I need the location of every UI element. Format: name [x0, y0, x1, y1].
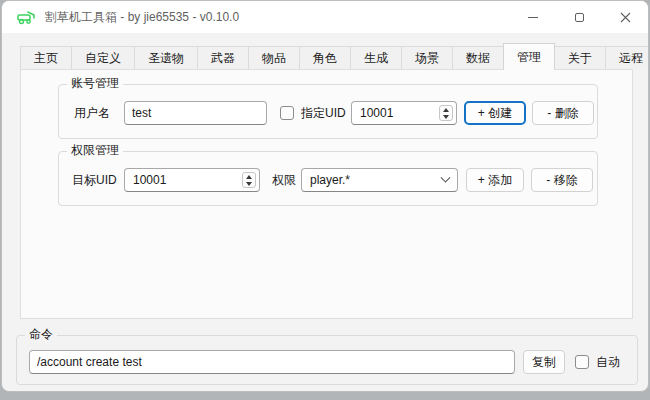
tab-item-10[interactable]: 关于 — [554, 46, 606, 69]
tab-item-11[interactable]: 远程 — [605, 46, 649, 69]
app-window: 割草机工具箱 - by jie65535 - v0.10.0 主页自定义圣遗物武… — [1, 0, 649, 392]
auto-checkbox[interactable]: 自动 — [575, 350, 620, 374]
spinner-down-button[interactable] — [440, 113, 452, 120]
group-title: 命令 — [25, 327, 57, 342]
tab-item-5[interactable]: 角色 — [299, 46, 351, 69]
tab-item-0[interactable]: 主页 — [20, 46, 72, 69]
permission-management-group: 权限管理 目标UID 10001 权限 player.* + 添加 - 移除 — [58, 151, 598, 206]
tab-item-3[interactable]: 武器 — [197, 46, 249, 69]
maximize-icon — [575, 13, 584, 22]
down-arrow-icon — [246, 182, 252, 186]
down-arrow-icon — [443, 115, 449, 119]
account-management-group: 账号管理 用户名 指定UID 10001 + 创建 - 删除 — [58, 84, 598, 139]
tab-item-2[interactable]: 圣遗物 — [134, 46, 198, 69]
spinner-down-button[interactable] — [243, 180, 255, 187]
delete-account-button[interactable]: - 删除 — [532, 101, 594, 125]
add-permission-button[interactable]: + 添加 — [466, 168, 524, 192]
minimize-button[interactable] — [510, 1, 556, 33]
tab-item-6[interactable]: 生成 — [350, 46, 402, 69]
chevron-down-icon — [441, 172, 451, 182]
auto-label: 自动 — [596, 350, 620, 374]
checkbox-box[interactable] — [575, 355, 589, 369]
up-arrow-icon — [246, 175, 252, 179]
close-icon — [620, 12, 631, 23]
tab-strip: 主页自定义圣遗物武器物品角色生成场景数据管理关于远程 — [20, 43, 649, 69]
group-title: 账号管理 — [67, 76, 123, 91]
spinner-up-button[interactable] — [243, 173, 255, 180]
window-title: 割草机工具箱 - by jie65535 - v0.10.0 — [45, 9, 239, 26]
copy-button[interactable]: 复制 — [523, 350, 565, 374]
spinner — [242, 172, 256, 188]
command-input[interactable] — [29, 350, 515, 374]
tab-item-4[interactable]: 物品 — [248, 46, 300, 69]
checkbox-box[interactable] — [280, 106, 294, 120]
command-group: 命令 复制 自动 — [16, 335, 638, 385]
specify-uid-checkbox[interactable]: 指定UID — [280, 101, 346, 125]
tab-item-8[interactable]: 数据 — [452, 46, 504, 69]
spinner — [439, 105, 453, 121]
permission-value: player.* — [310, 173, 350, 187]
minimize-icon — [528, 17, 538, 18]
tab-item-7[interactable]: 场景 — [401, 46, 453, 69]
lawn-mower-icon — [15, 9, 37, 25]
group-title: 权限管理 — [67, 143, 123, 158]
tab-item-9[interactable]: 管理 — [503, 43, 555, 70]
uid-value: 10001 — [360, 102, 393, 124]
titlebar: 割草机工具箱 - by jie65535 - v0.10.0 — [2, 1, 648, 33]
specify-uid-label: 指定UID — [301, 101, 346, 125]
permission-label: 权限 — [272, 168, 296, 192]
uid-stepper[interactable]: 10001 — [351, 101, 457, 125]
username-label: 用户名 — [74, 101, 110, 125]
create-account-button[interactable]: + 创建 — [464, 101, 526, 125]
tab-item-1[interactable]: 自定义 — [71, 46, 135, 69]
spinner-up-button[interactable] — [440, 106, 452, 113]
permission-select[interactable]: player.* — [301, 168, 458, 192]
up-arrow-icon — [443, 108, 449, 112]
username-input[interactable] — [124, 101, 267, 125]
target-uid-value: 10001 — [133, 169, 166, 191]
target-uid-stepper[interactable]: 10001 — [124, 168, 260, 192]
close-button[interactable] — [602, 1, 648, 33]
window-controls — [510, 1, 648, 33]
remove-permission-button[interactable]: - 移除 — [531, 168, 593, 192]
target-uid-label: 目标UID — [72, 168, 117, 192]
tab-panel-manage: 账号管理 用户名 指定UID 10001 + 创建 - 删除 权限管理 目标UI… — [20, 69, 633, 319]
maximize-button[interactable] — [556, 1, 602, 33]
